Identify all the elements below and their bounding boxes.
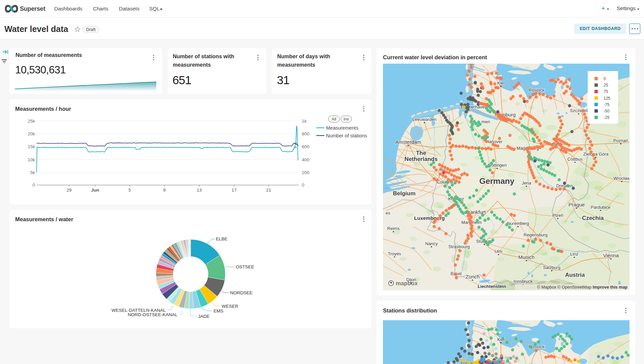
svg-text:800: 800	[302, 131, 310, 136]
svg-text:0: 0	[32, 183, 35, 188]
svg-text:Salzburg: Salzburg	[543, 265, 560, 270]
svg-text:All: All	[332, 117, 336, 122]
svg-text:17: 17	[231, 188, 236, 193]
svg-text:200: 200	[302, 170, 310, 175]
svg-text:WESER: WESER	[222, 304, 238, 309]
svg-text:Zurich: Zurich	[465, 274, 480, 279]
svg-text:Kiel: Kiel	[497, 80, 505, 86]
svg-text:5: 5	[128, 188, 131, 193]
svg-text:OSTSEE: OSTSEE	[236, 264, 254, 269]
svg-text:15k: 15k	[28, 144, 35, 149]
svg-text:0: 0	[604, 76, 606, 81]
svg-text:Nancy: Nancy	[425, 241, 438, 246]
svg-text:Belgium: Belgium	[393, 190, 415, 197]
svg-text:ELBE: ELBE	[216, 236, 228, 241]
svg-text:0: 0	[302, 183, 304, 188]
svg-text:1k: 1k	[302, 119, 307, 124]
svg-text:Munich: Munich	[518, 254, 535, 260]
svg-text:Leeuwarden: Leeuwarden	[412, 117, 437, 122]
svg-text:29: 29	[66, 188, 71, 193]
svg-text:Czechia: Czechia	[582, 215, 604, 221]
svg-text:Jena: Jena	[522, 180, 532, 186]
svg-text:mapbox: mapbox	[396, 280, 418, 287]
svg-text:Strasbourg: Strasbourg	[448, 244, 470, 249]
svg-text:EMS: EMS	[214, 308, 223, 313]
svg-text:25k: 25k	[28, 119, 35, 124]
svg-text:NORDSEE: NORDSEE	[230, 290, 253, 295]
svg-text:© Mapbox © OpenStreetMap Impr: © Mapbox © OpenStreetMap Improve this ma…	[537, 285, 627, 290]
svg-text:NORD-OSTSEE-KANAL: NORD-OSTSEE-KANAL	[128, 312, 178, 317]
svg-text:Ulm: Ulm	[494, 249, 502, 254]
svg-text:-75: -75	[604, 102, 610, 107]
svg-text:Measurements: Measurements	[326, 125, 358, 131]
svg-text:Amsterdam: Amsterdam	[395, 139, 421, 145]
svg-text:Reims: Reims	[387, 226, 400, 231]
svg-text:Liechtenstein: Liechtenstein	[478, 284, 506, 289]
svg-text:Linz: Linz	[570, 252, 578, 257]
svg-text:Regensburg: Regensburg	[524, 232, 548, 237]
svg-text:Prague: Prague	[569, 202, 585, 207]
svg-text:WESEL-DATTELN-KANAL: WESEL-DATTELN-KANAL	[111, 308, 166, 313]
svg-text:-25: -25	[604, 115, 610, 120]
svg-text:125: 125	[604, 96, 610, 101]
svg-text:Innsbruck: Innsbruck	[514, 279, 533, 284]
svg-text:600: 600	[302, 144, 310, 149]
svg-text:9: 9	[163, 188, 166, 193]
svg-text:Inv: Inv	[344, 117, 349, 122]
svg-text:Austria: Austria	[565, 272, 585, 278]
svg-text:Nuremberg: Nuremberg	[507, 221, 529, 226]
svg-text:Plzeň: Plzeň	[552, 213, 564, 218]
svg-text:Vienna: Vienna	[603, 253, 619, 258]
svg-text:75: 75	[604, 89, 608, 94]
svg-text:men: men	[481, 119, 490, 124]
svg-text:Pardubice: Pardubice	[591, 205, 611, 210]
svg-text:5k: 5k	[30, 170, 35, 175]
svg-text:400: 400	[302, 157, 310, 162]
svg-text:Zielona Góra: Zielona Góra	[583, 152, 609, 157]
svg-text:-50: -50	[604, 109, 610, 113]
svg-text:Wrocław: Wrocław	[613, 176, 630, 181]
svg-text:Germany: Germany	[479, 176, 515, 186]
svg-text:10k: 10k	[28, 157, 35, 162]
svg-text:25: 25	[604, 83, 608, 88]
svg-text:Troyes: Troyes	[388, 251, 401, 256]
svg-text:20k: 20k	[28, 131, 35, 136]
svg-text:Jun: Jun	[91, 188, 99, 193]
svg-text:Rostock: Rostock	[529, 88, 545, 93]
svg-text:The: The	[416, 150, 426, 156]
svg-text:Szczecin: Szczecin	[570, 108, 587, 113]
svg-text:Number of stations: Number of stations	[326, 133, 367, 138]
svg-text:21: 21	[266, 188, 271, 193]
svg-text:13: 13	[197, 188, 202, 193]
svg-text:JADE: JADE	[198, 314, 210, 319]
svg-text:Cottbus: Cottbus	[568, 157, 583, 162]
svg-text:es: es	[386, 210, 390, 216]
svg-text:Poznań: Poznań	[613, 138, 628, 143]
